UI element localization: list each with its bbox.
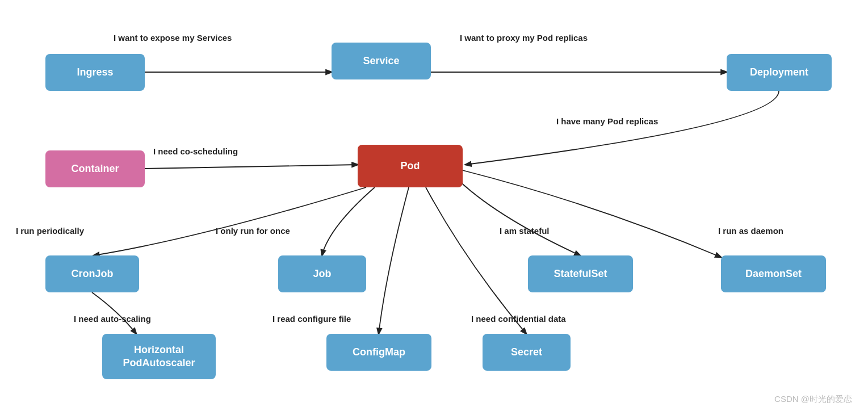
node-daemonset: DaemonSet [721,255,826,292]
node-statefulset: StatefulSet [528,255,633,292]
node-container: Container [45,150,145,187]
node-secret: Secret [483,334,571,371]
label-4: I run periodically [16,226,84,236]
node-hpa: HorizontalPodAutoscaler [102,334,216,379]
label-6: I am stateful [500,226,550,236]
label-10: I need confidential data [471,314,566,324]
node-configmap: ConfigMap [326,334,431,371]
label-0: I want to expose my Services [114,33,232,43]
label-7: I run as daemon [718,226,783,236]
label-5: I only run for once [216,226,290,236]
watermark: CSDN @时光的爱恋 [774,394,852,405]
label-2: I need co-scheduling [153,146,238,156]
node-deployment: Deployment [727,54,832,91]
label-3: I have many Pod replicas [556,116,658,126]
node-pod: Pod [358,145,463,187]
node-service: Service [332,43,431,79]
node-ingress: Ingress [45,54,145,91]
label-8: I need auto-scaling [74,314,151,324]
diagram-container: IngressServiceDeploymentContainerPodCron… [0,0,868,415]
node-job: Job [278,255,366,292]
node-cronjob: CronJob [45,255,139,292]
label-1: I want to proxy my Pod replicas [460,33,588,43]
label-9: I read configure file [272,314,351,324]
